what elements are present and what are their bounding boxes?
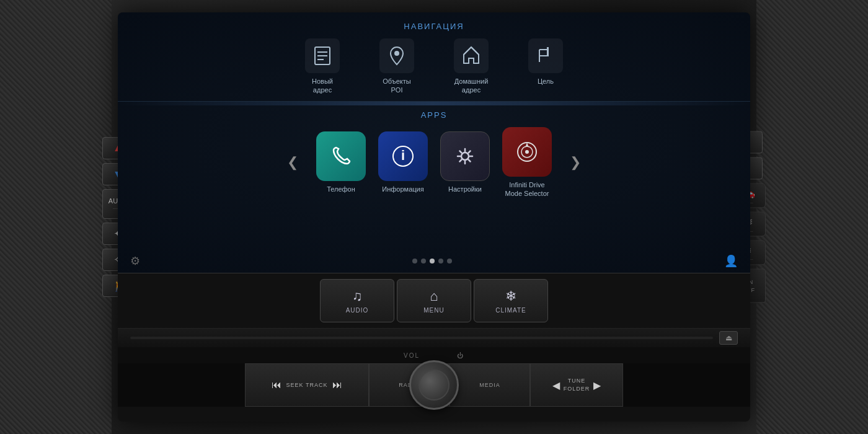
app-phone-label: Телефон (327, 185, 355, 193)
tune-folder-button[interactable]: ◀ TUNEFOLDER ▶ (530, 363, 623, 407)
profile-icon[interactable]: 👤 (724, 254, 738, 268)
pagination-dots (412, 259, 452, 264)
navigation-section: НАВИГАЦИЯ Новыйадрес ОбъектыPOI (118, 12, 750, 102)
car-panel: ▲ ▼ AUTO —— ✦ ✧ 🚶 ▲ ▼ 🚗 —— ≋ (0, 0, 868, 434)
audio-button[interactable]: ♫ AUDIO (320, 279, 394, 322)
apps-row: ❮ Телефон i Информация (130, 127, 738, 198)
carbon-left-panel (0, 0, 112, 434)
dot-2 (421, 259, 426, 264)
dot-1 (412, 259, 417, 264)
media-button[interactable]: MEDIA (450, 363, 530, 407)
climate-icon: ❄ (505, 288, 516, 304)
screen-settings-icon[interactable]: ⚙ (130, 254, 140, 268)
bottom-media-buttons: ♫ AUDIO ⌂ MENU ❄ CLIMATE (118, 273, 750, 329)
vol-label: VOL (404, 352, 420, 359)
apps-next-arrow[interactable]: ❯ (564, 151, 587, 174)
center-unit: НАВИГАЦИЯ Новыйадрес ОбъектыPOI (118, 12, 750, 422)
app-drive-label: Infiniti DriveMode Selector (505, 180, 549, 198)
volume-knob[interactable] (409, 360, 459, 410)
audio-icon: ♫ (352, 288, 363, 304)
app-info-label: Информация (382, 185, 423, 193)
apps-section-title: APPS (130, 110, 738, 120)
nav-destination-icon (528, 38, 563, 73)
app-info-icon: i (378, 131, 428, 181)
menu-icon: ⌂ (430, 288, 438, 304)
app-phone-icon (316, 131, 366, 181)
menu-button[interactable]: ⌂ MENU (397, 279, 471, 322)
svg-point-11 (525, 150, 529, 154)
app-settings-icon (440, 131, 490, 181)
media-label: MEDIA (479, 382, 500, 388)
nav-items-row: Новыйадрес ОбъектыPOI Домашнийадрес (130, 38, 738, 95)
app-item-phone[interactable]: Телефон (316, 131, 366, 193)
seek-next-icon: ⏭ (332, 379, 342, 391)
eject-button[interactable]: ⏏ (719, 331, 738, 345)
nav-new-address-label: Новыйадрес (312, 77, 333, 95)
nav-item-home[interactable]: Домашнийадрес (446, 38, 496, 95)
svg-rect-5 (547, 47, 549, 56)
app-drive-icon (502, 127, 552, 177)
disc-slot-bar (130, 337, 713, 339)
transport-bar: ⏮ SEEK TRACK ⏭ RADIO MEDIA ◀ TUNEFOLDER (118, 363, 750, 407)
dot-4 (438, 259, 443, 264)
seek-track-label: SEEK TRACK (286, 382, 328, 388)
seek-label-text: SEEK TRACK (286, 382, 328, 388)
tune-prev-icon: ◀ (552, 379, 560, 391)
svg-point-8 (461, 153, 469, 160)
app-settings-label: Настройки (448, 185, 482, 193)
nav-item-destination[interactable]: Цель (521, 38, 570, 95)
apps-prev-arrow[interactable]: ❮ (281, 151, 304, 174)
nav-section-title: НАВИГАЦИЯ (130, 22, 738, 31)
climate-button[interactable]: ❄ CLIMATE (474, 279, 548, 322)
svg-text:i: i (401, 148, 405, 163)
nav-item-new-address[interactable]: Новыйадрес (298, 38, 347, 95)
power-icon: ⏻ (457, 352, 464, 359)
menu-label: MENU (423, 307, 444, 314)
nav-poi-label: ОбъектыPOI (383, 77, 410, 95)
seek-prev-icon: ⏮ (272, 379, 281, 391)
tune-folder-label: TUNEFOLDER (564, 377, 590, 392)
eject-icon: ⏏ (725, 334, 732, 342)
volume-knob-inner (418, 370, 450, 401)
seek-track-button[interactable]: ⏮ SEEK TRACK ⏭ (245, 363, 369, 407)
app-item-info[interactable]: i Информация (378, 131, 428, 193)
nav-poi-icon (379, 38, 414, 73)
app-item-settings[interactable]: Настройки (440, 131, 490, 193)
tune-next-icon: ▶ (593, 379, 601, 391)
infotainment-screen: НАВИГАЦИЯ Новыйадрес ОбъектыPOI (118, 12, 750, 273)
carbon-right-panel (756, 0, 868, 434)
climate-label: CLIMATE (495, 307, 526, 314)
audio-label: AUDIO (346, 307, 369, 314)
nav-home-label: Домашнийадрес (454, 77, 489, 95)
dot-5 (447, 259, 452, 264)
app-item-drive-mode[interactable]: Infiniti DriveMode Selector (502, 127, 552, 198)
screen-bottom-row: ⚙ 👤 (118, 254, 750, 268)
disc-slot: ⏏ (118, 329, 750, 347)
nav-destination-label: Цель (538, 77, 554, 86)
svg-point-4 (394, 51, 399, 56)
nav-home-icon (454, 38, 489, 73)
nav-new-address-icon (305, 38, 340, 73)
dot-3 (430, 259, 435, 264)
apps-section: APPS ❮ Телефон i Информация (118, 105, 750, 203)
nav-item-poi[interactable]: ОбъектыPOI (372, 38, 422, 95)
